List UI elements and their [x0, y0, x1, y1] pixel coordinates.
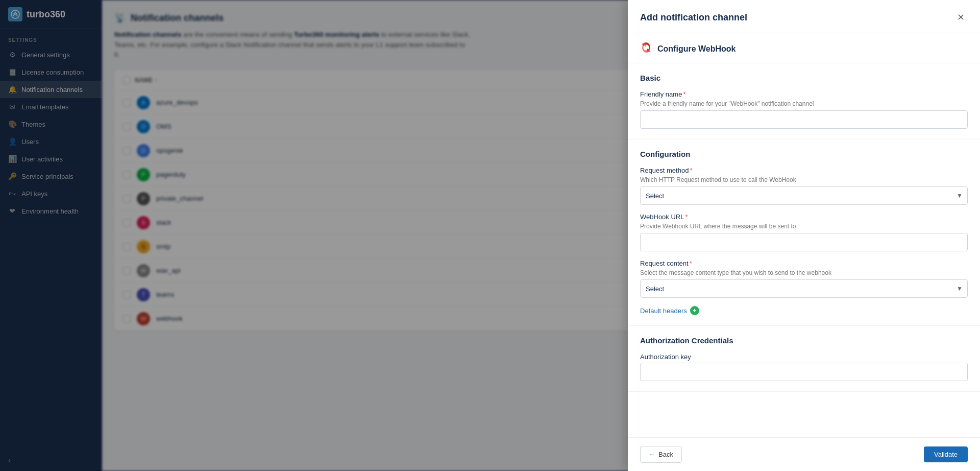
configuration-section-title: Configuration	[640, 150, 968, 158]
add-notification-channel-modal: Add notification channel ✕ Configure Web…	[628, 0, 980, 471]
modal-close-button[interactable]: ✕	[953, 10, 968, 25]
modal-body: Configure WebHook Basic Friendly name * …	[628, 33, 980, 437]
validate-button-label: Validate	[934, 451, 958, 458]
back-arrow-icon: ←	[649, 451, 655, 458]
request-method-select-wrapper: Select GET POST PUT PATCH DELETE ▼	[640, 186, 968, 205]
friendly-name-help: Provide a friendly name for your "WebHoo…	[640, 100, 968, 107]
configure-webhook-title: Configure WebHook	[657, 44, 736, 54]
required-star: *	[683, 90, 685, 98]
back-button[interactable]: ← Back	[640, 446, 682, 463]
modal-title: Add notification channel	[640, 12, 747, 23]
default-headers-label: Default headers	[640, 307, 687, 315]
add-header-icon: +	[690, 306, 699, 315]
auth-section-title: Authorization Credentials	[640, 336, 968, 345]
auth-key-label: Authorization key	[640, 353, 968, 361]
request-content-help: Select the message content type that you…	[640, 269, 968, 276]
request-content-select[interactable]: Select application/json application/xml …	[640, 279, 968, 298]
request-method-label: Request method *	[640, 167, 968, 174]
webhook-header-icon	[640, 41, 652, 57]
webhook-url-input[interactable]	[640, 233, 968, 251]
friendly-name-group: Friendly name * Provide a friendly name …	[640, 90, 968, 129]
modal-header: Add notification channel ✕	[628, 0, 980, 33]
authorization-section: Authorization Credentials Authorization …	[628, 326, 980, 392]
required-star-url: *	[685, 213, 688, 221]
webhook-url-label: WebHook URL *	[640, 213, 968, 221]
modal-footer: ← Back Validate	[628, 437, 980, 471]
basic-section-title: Basic	[640, 74, 968, 82]
auth-key-input[interactable]	[640, 363, 968, 381]
required-star-method: *	[690, 167, 692, 174]
friendly-name-input[interactable]	[640, 110, 968, 129]
request-content-select-wrapper: Select application/json application/xml …	[640, 279, 968, 298]
webhook-url-group: WebHook URL * Provide Webhook URL where …	[640, 213, 968, 251]
basic-section: Basic Friendly name * Provide a friendly…	[628, 63, 980, 139]
configure-webhook-header: Configure WebHook	[628, 33, 980, 63]
friendly-name-label: Friendly name *	[640, 90, 968, 98]
configuration-section: Configuration Request method * Which HTT…	[628, 139, 980, 326]
default-headers-link[interactable]: Default headers +	[640, 306, 968, 315]
webhook-url-help: Provide Webhook URL where the message wi…	[640, 223, 968, 230]
validate-button[interactable]: Validate	[924, 446, 968, 462]
auth-key-group: Authorization key	[640, 353, 968, 381]
request-content-label: Request content *	[640, 260, 968, 267]
required-star-content: *	[690, 260, 692, 267]
request-method-help: Which HTTP Request method to use to call…	[640, 176, 968, 183]
back-button-label: Back	[658, 451, 673, 458]
request-method-group: Request method * Which HTTP Request meth…	[640, 167, 968, 205]
request-content-group: Request content * Select the message con…	[640, 260, 968, 298]
request-method-select[interactable]: Select GET POST PUT PATCH DELETE	[640, 186, 968, 205]
